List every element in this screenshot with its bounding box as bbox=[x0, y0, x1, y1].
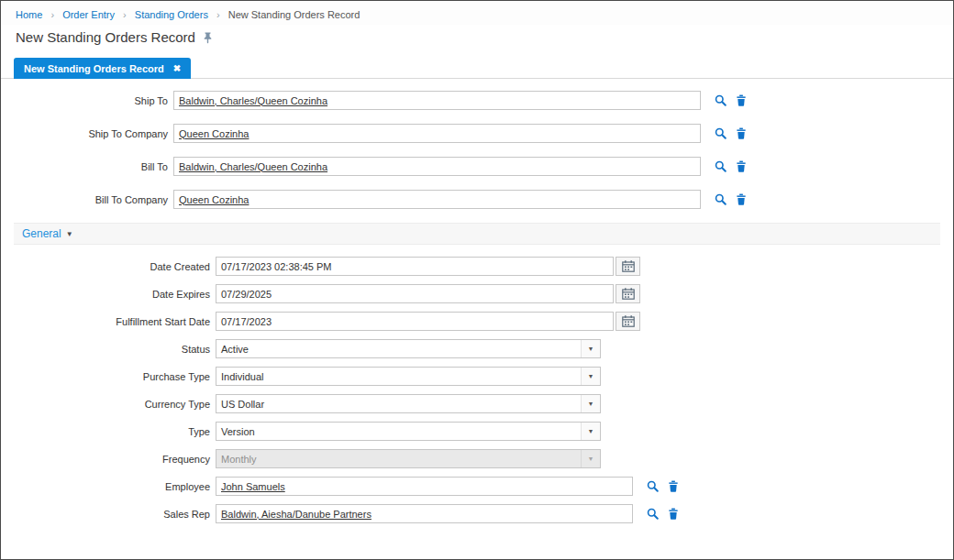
field-label: Ship To Company bbox=[1, 128, 173, 139]
search-icon[interactable] bbox=[647, 480, 659, 492]
type-dropdown[interactable]: Version ▼ bbox=[216, 422, 601, 441]
date-expires-value: 07/29/2025 bbox=[221, 289, 272, 300]
currency-type-row: Currency Type US Dollar ▼ bbox=[1, 394, 953, 413]
page-title: New Standing Orders Record bbox=[16, 29, 195, 45]
bill-to-company-input[interactable]: Queen Cozinha bbox=[173, 190, 701, 209]
search-icon[interactable] bbox=[715, 193, 727, 205]
date-expires-row: Date Expires 07/29/2025 bbox=[1, 284, 953, 303]
field-label: Fulfillment Start Date bbox=[1, 316, 216, 327]
ship-to-company-input[interactable]: Queen Cozinha bbox=[173, 124, 701, 143]
breadcrumb-current: New Standing Orders Record bbox=[228, 9, 361, 20]
purchase-type-dropdown[interactable]: Individual ▼ bbox=[216, 367, 601, 386]
field-label: Bill To bbox=[1, 161, 173, 172]
field-label: Date Expires bbox=[1, 289, 216, 300]
chevron-down-icon: ▼ bbox=[581, 450, 600, 467]
currency-type-dropdown[interactable]: US Dollar ▼ bbox=[216, 394, 601, 413]
trash-icon[interactable] bbox=[736, 160, 747, 172]
field-label: Currency Type bbox=[1, 399, 216, 410]
purchase-type-value: Individual bbox=[216, 371, 581, 382]
tab-new-standing-orders-record[interactable]: New Standing Orders Record ✖ bbox=[14, 58, 191, 79]
employee-value[interactable]: John Samuels bbox=[221, 481, 285, 492]
calendar-icon[interactable] bbox=[616, 312, 640, 331]
calendar-icon[interactable] bbox=[616, 284, 640, 303]
close-icon[interactable]: ✖ bbox=[173, 64, 181, 73]
field-label: Purchase Type bbox=[1, 371, 216, 382]
breadcrumb-separator: › bbox=[50, 9, 54, 20]
tab-label: New Standing Orders Record bbox=[24, 63, 164, 74]
chevron-down-icon[interactable]: ▼ bbox=[581, 340, 600, 357]
bill-to-company-value[interactable]: Queen Cozinha bbox=[179, 194, 249, 205]
trash-icon[interactable] bbox=[736, 127, 747, 139]
ship-to-company-value[interactable]: Queen Cozinha bbox=[179, 128, 249, 139]
ship-to-company-row: Ship To Company Queen Cozinha bbox=[1, 124, 953, 143]
trash-icon[interactable] bbox=[736, 193, 747, 205]
breadcrumb-link-standing-orders[interactable]: Standing Orders bbox=[135, 9, 208, 20]
ship-to-row: Ship To Baldwin, Charles/Queen Cozinha bbox=[1, 91, 953, 110]
breadcrumb-separator: › bbox=[216, 9, 220, 20]
date-created-input[interactable]: 07/17/2023 02:38:45 PM bbox=[216, 257, 614, 276]
search-icon[interactable] bbox=[715, 160, 727, 172]
date-expires-input[interactable]: 07/29/2025 bbox=[216, 284, 614, 303]
fulfillment-start-date-row: Fulfillment Start Date 07/17/2023 bbox=[1, 312, 953, 331]
date-created-row: Date Created 07/17/2023 02:38:45 PM bbox=[1, 257, 953, 276]
bill-to-row: Bill To Baldwin, Charles/Queen Cozinha bbox=[1, 157, 953, 176]
field-label: Status bbox=[1, 344, 216, 355]
chevron-down-icon: ▼ bbox=[66, 230, 73, 238]
status-row: Status Active ▼ bbox=[1, 339, 953, 358]
search-icon[interactable] bbox=[715, 94, 727, 106]
chevron-down-icon[interactable]: ▼ bbox=[581, 423, 600, 440]
status-dropdown[interactable]: Active ▼ bbox=[216, 339, 601, 358]
calendar-icon[interactable] bbox=[616, 257, 640, 276]
frequency-row: Frequency Monthly ▼ bbox=[1, 449, 953, 468]
section-header-general[interactable]: General ▼ bbox=[14, 223, 940, 245]
sales-rep-value[interactable]: Baldwin, Aiesha/Danube Partners bbox=[221, 509, 372, 520]
ship-to-input[interactable]: Baldwin, Charles/Queen Cozinha bbox=[173, 91, 701, 110]
currency-type-value: US Dollar bbox=[216, 399, 581, 410]
field-label: Employee bbox=[1, 481, 216, 492]
type-row: Type Version ▼ bbox=[1, 422, 953, 441]
search-icon[interactable] bbox=[647, 508, 659, 520]
bill-to-company-row: Bill To Company Queen Cozinha bbox=[1, 190, 953, 209]
field-label: Date Created bbox=[1, 261, 216, 272]
trash-icon[interactable] bbox=[668, 508, 679, 520]
chevron-down-icon[interactable]: ▼ bbox=[581, 368, 600, 385]
tab-strip: New Standing Orders Record ✖ bbox=[1, 58, 953, 79]
sales-rep-input[interactable]: Baldwin, Aiesha/Danube Partners bbox=[216, 504, 633, 523]
date-created-value: 07/17/2023 02:38:45 PM bbox=[221, 261, 331, 272]
purchase-type-row: Purchase Type Individual ▼ bbox=[1, 367, 953, 386]
employee-input[interactable]: John Samuels bbox=[216, 477, 633, 496]
frequency-value: Monthly bbox=[216, 454, 581, 465]
field-label: Bill To Company bbox=[1, 194, 173, 205]
chevron-down-icon[interactable]: ▼ bbox=[581, 395, 600, 412]
field-label: Type bbox=[1, 426, 216, 437]
form-area: Ship To Baldwin, Charles/Queen Cozinha S… bbox=[1, 79, 953, 523]
frequency-dropdown: Monthly ▼ bbox=[216, 449, 601, 468]
field-label: Sales Rep bbox=[1, 509, 216, 520]
search-icon[interactable] bbox=[715, 127, 727, 139]
section-title: General bbox=[22, 227, 61, 240]
employee-row: Employee John Samuels bbox=[1, 477, 953, 496]
breadcrumb-link-home[interactable]: Home bbox=[16, 9, 42, 20]
title-row: New Standing Orders Record bbox=[1, 25, 953, 52]
trash-icon[interactable] bbox=[668, 480, 679, 492]
bill-to-input[interactable]: Baldwin, Charles/Queen Cozinha bbox=[173, 157, 701, 176]
sales-rep-row: Sales Rep Baldwin, Aiesha/Danube Partner… bbox=[1, 504, 953, 523]
status-value: Active bbox=[216, 344, 581, 355]
pin-icon[interactable] bbox=[204, 32, 212, 44]
fulfillment-start-date-input[interactable]: 07/17/2023 bbox=[216, 312, 614, 331]
fulfillment-start-date-value: 07/17/2023 bbox=[221, 316, 272, 327]
field-label: Frequency bbox=[1, 454, 216, 465]
type-value: Version bbox=[216, 426, 581, 437]
field-label: Ship To bbox=[1, 95, 173, 106]
breadcrumb-link-order-entry[interactable]: Order Entry bbox=[62, 9, 115, 20]
standing-orders-form-window: Home › Order Entry › Standing Orders › N… bbox=[0, 0, 954, 560]
breadcrumb-separator: › bbox=[123, 9, 127, 20]
trash-icon[interactable] bbox=[736, 94, 747, 106]
breadcrumb: Home › Order Entry › Standing Orders › N… bbox=[1, 1, 953, 25]
ship-to-value[interactable]: Baldwin, Charles/Queen Cozinha bbox=[179, 95, 327, 106]
bill-to-value[interactable]: Baldwin, Charles/Queen Cozinha bbox=[179, 161, 327, 172]
